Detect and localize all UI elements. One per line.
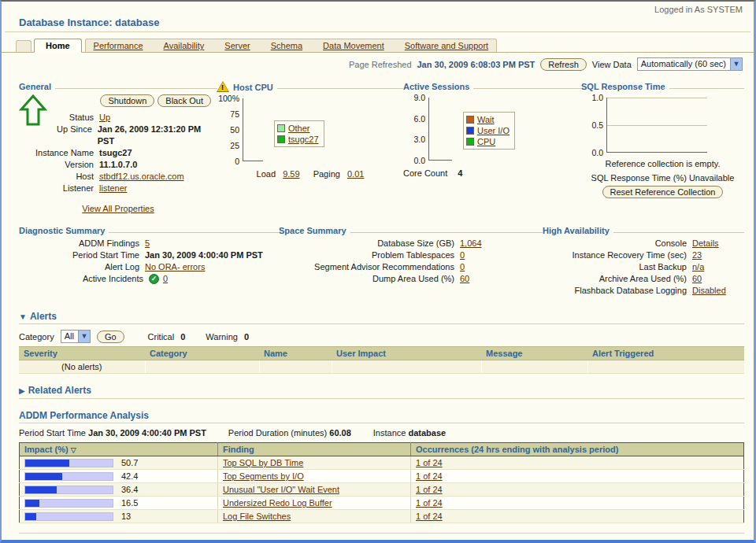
legend-userio-link[interactable]: User I/O xyxy=(477,125,510,136)
occurrences-link[interactable]: 1 of 24 xyxy=(416,485,443,494)
host-cpu-section: ! Host CPU 100% 75 50 25 0 xyxy=(217,82,403,213)
alert-log-value-link[interactable]: No ORA- errors xyxy=(145,261,205,273)
addm-col-finding: Finding xyxy=(218,443,411,456)
tab-home[interactable]: Home xyxy=(34,39,82,53)
flashback-logging-value-link[interactable]: Disabled xyxy=(692,285,726,297)
warning-label: Warning xyxy=(206,332,238,342)
host-cpu-ytick-50: 50 xyxy=(230,125,239,135)
collapse-triangle-icon[interactable]: ▼ xyxy=(19,312,27,321)
impact-bar xyxy=(24,499,113,508)
tab-server[interactable]: Server xyxy=(224,41,250,50)
tab-data-movement[interactable]: Data Movement xyxy=(323,41,384,50)
warning-value: 0 xyxy=(244,332,249,342)
related-alerts-header[interactable]: ▶ Related Alerts xyxy=(19,385,744,396)
impact-value: 16.5 xyxy=(121,498,138,508)
last-backup-value-link[interactable]: n/a xyxy=(692,261,704,273)
tab-performance[interactable]: Performance xyxy=(94,41,143,50)
occurrences-link[interactable]: 1 of 24 xyxy=(416,498,443,508)
instance-recovery-time-value-link[interactable]: 23 xyxy=(692,249,702,261)
addm-title: ADDM Performance Analysis xyxy=(19,410,744,421)
addm-period-start-value: Jan 30, 2009 4:00:40 PM PST xyxy=(88,428,206,438)
core-count-label: Core Count xyxy=(403,168,447,178)
impact-bar-fill xyxy=(25,513,36,520)
legend-cpu-link[interactable]: CPU xyxy=(477,136,495,147)
diagnostic-summary-section: Diagnostic Summary ADDM Findings5 Period… xyxy=(19,226,279,297)
impact-bar-fill xyxy=(25,460,69,467)
alerts-col-severity: Severity xyxy=(19,347,145,360)
dump-area-used-value-link[interactable]: 60 xyxy=(460,273,469,285)
diagnostic-summary-title: Diagnostic Summary xyxy=(19,226,105,235)
last-backup-label: Last Backup xyxy=(543,261,692,273)
addm-info-row: Period Start Time Jan 30, 2009 4:00:40 P… xyxy=(19,428,744,438)
addm-row: 36.4 Unusual "User I/O" Wait Event 1 of … xyxy=(20,483,744,497)
paging-value-link[interactable]: 0.01 xyxy=(347,169,364,179)
job-activity-title: Job Activity xyxy=(19,538,744,543)
console-details-link[interactable]: Details xyxy=(692,238,719,249)
addm-table: Impact (%) ▽ Finding Occurrences (24 hrs… xyxy=(19,442,744,523)
tab-stub xyxy=(16,40,32,52)
problem-tablespaces-value-link[interactable]: 0 xyxy=(460,249,465,261)
occurrences-link[interactable]: 1 of 24 xyxy=(416,512,443,521)
alerts-header[interactable]: ▼ Alerts xyxy=(19,311,744,322)
category-chevron-down-icon[interactable]: ▼ xyxy=(78,331,90,342)
general-title: General xyxy=(19,82,51,91)
finding-link[interactable]: Unusual "User I/O" Wait Event xyxy=(223,485,339,494)
legend-other-link[interactable]: Other xyxy=(288,123,310,134)
reset-reference-collection-button[interactable]: Reset Reference Collection xyxy=(602,186,724,198)
addm-col-occurrences: Occurrences (24 hrs ending with analysis… xyxy=(411,443,744,456)
active-incidents-value-link[interactable]: 0 xyxy=(163,273,168,285)
active-sessions-title: Active Sessions xyxy=(403,82,469,91)
tsugc27-swatch xyxy=(277,135,285,143)
view-data-select[interactable]: Automatically (60 sec) ▼ xyxy=(637,57,743,71)
alert-log-label: Alert Log xyxy=(19,261,145,273)
database-size-value-link[interactable]: 1,064 xyxy=(460,238,482,249)
addm-findings-value-link[interactable]: 5 xyxy=(145,238,150,249)
core-count-value: 4 xyxy=(458,168,462,178)
sql-ytick-10: 1.0 xyxy=(591,93,603,102)
high-availability-title: High Availability xyxy=(543,226,610,235)
blackout-button[interactable]: Black Out xyxy=(158,94,211,107)
sql-response-chart: 1.0 0.5 0.0 xyxy=(581,98,744,153)
view-all-properties-link[interactable]: View All Properties xyxy=(82,204,154,213)
occurrences-link[interactable]: 1 of 24 xyxy=(416,458,443,467)
tab-schema[interactable]: Schema xyxy=(271,41,302,50)
space-summary-title: Space Summary xyxy=(279,226,346,235)
alerts-empty-row: (No alerts) xyxy=(19,360,744,374)
listener-value-link[interactable]: listener xyxy=(99,183,127,194)
go-button[interactable]: Go xyxy=(97,331,124,343)
archive-area-used-value-link[interactable]: 60 xyxy=(692,273,702,285)
finding-link[interactable]: Undersized Redo Log Buffer xyxy=(223,498,332,508)
status-up-arrow-icon xyxy=(19,94,47,128)
finding-link[interactable]: Log File Switches xyxy=(223,512,291,521)
load-value-link[interactable]: 9.59 xyxy=(283,169,299,179)
sessions-ytick-9: 9.0 xyxy=(413,93,425,102)
other-swatch xyxy=(277,124,285,132)
legend-tsugc27-link[interactable]: tsugc27 xyxy=(288,134,319,145)
refresh-button[interactable]: Refresh xyxy=(540,58,587,71)
view-data-label: View Data xyxy=(592,60,632,69)
chevron-down-icon[interactable]: ▼ xyxy=(730,58,742,70)
sql-response-title: SQL Response Time xyxy=(581,82,665,91)
tab-availability[interactable]: Availability xyxy=(164,41,205,50)
expand-triangle-icon[interactable]: ▶ xyxy=(19,386,25,395)
legend-wait-link[interactable]: Wait xyxy=(477,114,495,125)
host-value-link[interactable]: stbdf12.us.oracle.com xyxy=(99,171,184,183)
status-value-link[interactable]: Up xyxy=(99,112,110,124)
addm-row: 50.7 Top SQL by DB Time 1 of 24 xyxy=(20,456,744,470)
addm-col-impact[interactable]: Impact (%) ▽ xyxy=(20,443,218,456)
impact-bar xyxy=(24,459,113,467)
sql-response-section: SQL Response Time 1.0 0.5 0.0 Reference … xyxy=(581,82,744,213)
dump-area-used-label: Dump Area Used (%) xyxy=(279,273,460,285)
occurrences-link[interactable]: 1 of 24 xyxy=(416,471,443,481)
finding-link[interactable]: Top SQL by DB Time xyxy=(223,458,303,467)
alerts-col-user-impact: User Impact xyxy=(332,347,481,360)
sessions-ytick-6: 6.0 xyxy=(413,114,425,124)
shutdown-button[interactable]: Shutdown xyxy=(100,94,154,107)
impact-value: 42.4 xyxy=(121,471,138,481)
tab-software-and-support[interactable]: Software and Support xyxy=(405,41,488,50)
segment-advisor-value-link[interactable]: 0 xyxy=(460,261,465,273)
finding-link[interactable]: Top Segments by I/O xyxy=(223,471,304,481)
category-select[interactable]: All ▼ xyxy=(61,330,91,343)
sessions-ytick-3: 3.0 xyxy=(413,135,425,144)
tab-strip: Performance Availability Server Schema D… xyxy=(85,39,498,52)
